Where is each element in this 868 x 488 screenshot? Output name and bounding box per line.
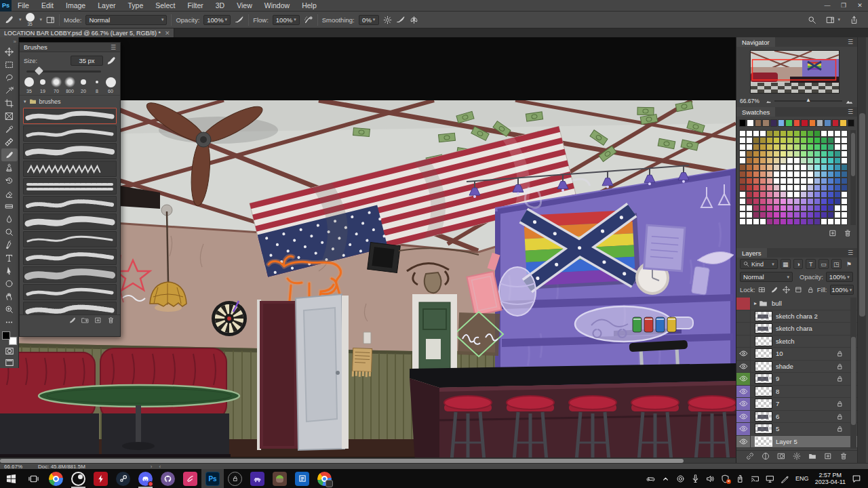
swatch[interactable] xyxy=(827,137,834,144)
filter-pixel-icon[interactable]: ▦ xyxy=(781,259,791,269)
spot-healing-tool[interactable] xyxy=(1,136,18,148)
swatch[interactable] xyxy=(827,130,834,137)
swatch[interactable] xyxy=(753,218,760,225)
layer-row-sketch-chara[interactable]: sketch chara xyxy=(736,323,857,336)
swatch[interactable] xyxy=(827,191,834,198)
swatch[interactable] xyxy=(780,130,787,137)
swatch[interactable] xyxy=(773,184,780,191)
swatch[interactable] xyxy=(834,211,841,218)
swatch[interactable] xyxy=(746,164,753,171)
visibility-toggle[interactable] xyxy=(736,323,751,335)
swatch[interactable] xyxy=(760,157,766,164)
swatch[interactable] xyxy=(739,144,746,150)
gear-icon[interactable] xyxy=(383,16,392,24)
menu-image[interactable]: Image xyxy=(60,0,92,12)
swatch[interactable] xyxy=(807,157,814,164)
swatch[interactable] xyxy=(821,164,827,171)
layer-row-7[interactable]: 7 xyxy=(736,398,857,411)
ellipse-shape-tool[interactable] xyxy=(1,277,18,290)
new-layer-icon[interactable] xyxy=(824,452,832,460)
swatch[interactable] xyxy=(834,218,841,225)
visibility-toggle[interactable] xyxy=(736,298,751,310)
brush-stroke-item[interactable] xyxy=(23,161,117,177)
swatch[interactable] xyxy=(753,184,760,191)
lock-position-icon[interactable] xyxy=(783,286,790,293)
swatch[interactable] xyxy=(760,144,766,150)
swatch[interactable] xyxy=(827,157,834,164)
layer-row-bull[interactable]: ▸bull xyxy=(736,298,857,310)
swatch[interactable] xyxy=(760,137,766,144)
swatch[interactable] xyxy=(766,218,773,225)
layer-row-sketch-chara-2[interactable]: sketch chara 2 xyxy=(736,310,857,323)
swatch[interactable] xyxy=(787,171,793,178)
menu-3d[interactable]: 3D xyxy=(210,0,231,12)
filter-shape-icon[interactable]: ▭ xyxy=(818,259,829,269)
swatch[interactable] xyxy=(760,150,766,157)
swatch[interactable] xyxy=(793,218,800,225)
taskbar-privacy-app[interactable] xyxy=(224,469,246,488)
game-bar-icon[interactable] xyxy=(646,474,655,483)
swatch[interactable] xyxy=(766,171,773,178)
swatch[interactable] xyxy=(814,178,821,184)
brush-stroke-item[interactable] xyxy=(23,231,117,247)
swatch[interactable] xyxy=(809,119,816,127)
swatch[interactable] xyxy=(841,164,848,171)
swatch[interactable] xyxy=(753,144,760,150)
dodge-tool[interactable] xyxy=(1,226,18,239)
swatch[interactable] xyxy=(814,198,821,205)
symmetry-icon[interactable] xyxy=(410,16,418,24)
layer-name[interactable]: 10 xyxy=(776,350,783,357)
swatch[interactable] xyxy=(760,205,766,211)
swatch[interactable] xyxy=(841,205,848,211)
gradient-tool[interactable] xyxy=(1,200,18,213)
trash-icon[interactable] xyxy=(107,317,115,324)
group-expand-icon[interactable]: ▸ xyxy=(754,300,757,306)
swatch[interactable] xyxy=(841,150,848,157)
taskbar-photoshop[interactable]: Ps xyxy=(201,469,224,488)
swatch[interactable] xyxy=(739,191,746,198)
filter-smart-object-icon[interactable]: ◳ xyxy=(831,259,842,269)
swatch[interactable] xyxy=(746,218,753,225)
swatch[interactable] xyxy=(824,119,831,127)
swatch[interactable] xyxy=(753,150,760,157)
swatch[interactable] xyxy=(821,205,827,211)
swatch[interactable] xyxy=(834,191,841,198)
swatch[interactable] xyxy=(821,198,827,205)
layer-opacity-field[interactable]: 100%▾ xyxy=(826,272,853,282)
frame-tool[interactable] xyxy=(1,110,18,123)
swatch[interactable] xyxy=(787,191,793,198)
swatch[interactable] xyxy=(814,130,821,137)
swatch[interactable] xyxy=(780,205,787,211)
swatch[interactable] xyxy=(834,137,841,144)
swatch[interactable] xyxy=(793,157,800,164)
swatch[interactable] xyxy=(739,205,746,211)
swatch[interactable] xyxy=(760,211,766,218)
swatch[interactable] xyxy=(760,130,766,137)
swatch[interactable] xyxy=(832,119,839,127)
swatch[interactable] xyxy=(827,184,834,191)
swatch[interactable] xyxy=(747,119,753,127)
history-brush-tool[interactable] xyxy=(1,174,18,187)
layer-name[interactable]: sketch xyxy=(776,338,794,345)
rectangular-marquee-tool[interactable] xyxy=(1,58,18,71)
trash-icon[interactable] xyxy=(844,229,852,237)
taskbar-start[interactable] xyxy=(0,469,22,488)
menu-window[interactable]: Window xyxy=(258,0,296,12)
visibility-toggle[interactable] xyxy=(736,373,751,385)
brush-stroke-item[interactable] xyxy=(23,284,117,300)
layer-thumbnail[interactable] xyxy=(755,323,772,333)
swatch[interactable] xyxy=(827,211,834,218)
visibility-toggle[interactable] xyxy=(736,310,751,323)
new-group-icon[interactable] xyxy=(808,452,816,460)
swatch[interactable] xyxy=(801,119,808,127)
taskbar-steam[interactable] xyxy=(112,469,134,488)
swatch[interactable] xyxy=(841,130,848,137)
swatch[interactable] xyxy=(807,184,814,191)
taskbar-task-view[interactable] xyxy=(22,469,45,488)
taskbar-chrome[interactable] xyxy=(45,469,67,488)
brush-preset-35[interactable]: 35 xyxy=(22,77,36,94)
blur-tool[interactable] xyxy=(1,213,18,226)
action-center-icon[interactable] xyxy=(852,474,861,483)
layer-name[interactable]: 9 xyxy=(776,375,779,382)
swatch[interactable] xyxy=(800,211,807,218)
